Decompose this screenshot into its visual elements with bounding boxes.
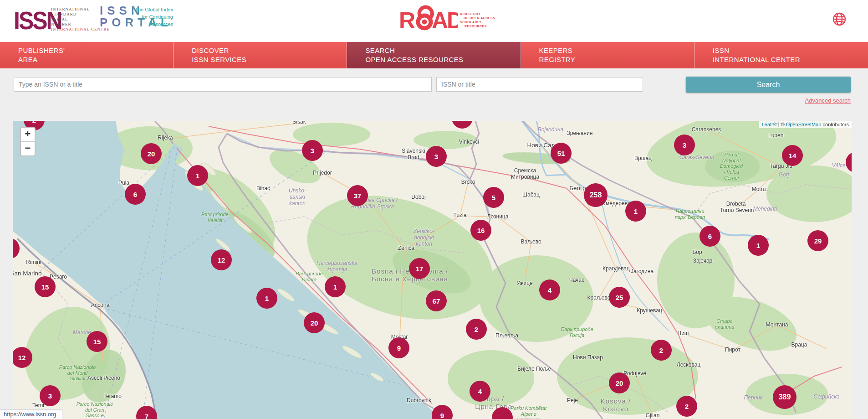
map-attribution: Leaflet | © OpenStreetMap contributors (759, 121, 852, 128)
map-cluster-marker[interactable]: 6 (700, 226, 720, 247)
openstreetmap-link[interactable]: OpenStreetMap (786, 122, 822, 127)
map-cluster-marker[interactable]: 15 (87, 331, 107, 352)
map-cluster-marker[interactable]: 2 (466, 319, 487, 340)
advanced-search-link[interactable]: Advanced search (805, 97, 851, 104)
browser-status-bar: https://www.issn.org (0, 409, 62, 419)
map-cluster-marker[interactable]: 20 (609, 372, 630, 393)
nav-issn-international-center[interactable]: ISSNINTERNATIONAL CENTER (694, 42, 868, 68)
search-input[interactable] (14, 77, 432, 92)
map-cluster-marker[interactable]: 4 (539, 279, 560, 300)
leaflet-link[interactable]: Leaflet (762, 122, 777, 127)
nav-search-open-access-resources[interactable]: SEARCHOPEN ACCESS RESOURCES (347, 42, 521, 68)
road-logo-art: R AD (399, 5, 458, 33)
map-cluster-marker[interactable]: 37 (347, 185, 368, 206)
nav-discover-issn-services[interactable]: DISCOVERISSN SERVICES (174, 42, 347, 68)
map-cluster-marker[interactable]: 20 (141, 143, 162, 164)
svg-text:R: R (399, 8, 415, 33)
page-header: ISSN INTERNATIONAL STANDARD SERIAL NUMBE… (0, 0, 868, 42)
map-cluster-marker[interactable]: 1 (748, 235, 769, 256)
map-cluster-marker[interactable]: 5 (483, 187, 504, 208)
map-cluster-marker[interactable]: 29 (807, 230, 828, 251)
map-cluster-marker[interactable]: 6 (125, 184, 146, 205)
map-cluster-marker[interactable]: 17 (409, 258, 430, 279)
nav-keepers-registry[interactable]: KEEPERSREGISTRY (521, 42, 694, 68)
nav-publishers-area[interactable]: PUBLISHERS'AREA (0, 42, 174, 68)
map-cluster-marker[interactable]: 1 (325, 276, 346, 297)
map-cluster-marker[interactable]: 4 (470, 381, 490, 402)
map-cluster-marker[interactable]: 1 (187, 165, 208, 186)
map-cluster-marker[interactable]: 67 (426, 290, 447, 311)
map-cluster-marker[interactable]: 14 (782, 145, 803, 166)
leaflet-map[interactable]: + − Leaflet | © OpenStreetMap contributo… (13, 121, 852, 419)
map-cluster-marker[interactable]: 2 (676, 396, 697, 417)
map-cluster-marker[interactable]: 16 (470, 220, 491, 241)
map-zoom-control: + − (20, 127, 36, 156)
zoom-out-button[interactable]: − (21, 142, 35, 155)
map-cluster-marker[interactable]: 12 (211, 249, 232, 270)
road-tagline: DIRECTORY OF OPEN ACCESS SCHOLARLY RESOU… (460, 12, 495, 28)
road-logo[interactable]: R AD (399, 5, 458, 35)
issn-or-title-input[interactable] (436, 77, 643, 92)
map-cluster-marker[interactable]: 2 (651, 340, 672, 361)
map-cluster-marker[interactable]: 3 (426, 146, 447, 167)
map-cluster-marker[interactable]: 1 (256, 288, 277, 309)
map-cluster-marker[interactable]: 25 (609, 287, 630, 308)
map-cluster-marker[interactable]: 3 (674, 134, 695, 155)
portal-tagline: The Global Index for Continuing Resource… (132, 6, 173, 28)
map-cluster-marker[interactable]: 3 (40, 385, 61, 406)
map-cluster-marker[interactable]: 3 (302, 140, 323, 161)
attribution-separator: | © (777, 122, 786, 127)
map-cluster-marker[interactable]: 9 (388, 337, 409, 358)
zoom-in-button[interactable]: + (21, 128, 35, 142)
language-globe-icon[interactable] (832, 12, 847, 27)
attribution-suffix: contributors (821, 122, 849, 127)
map-cluster-marker[interactable]: 51 (551, 143, 572, 164)
main-nav: PUBLISHERS'AREA DISCOVERISSN SERVICES SE… (0, 42, 868, 68)
map-cluster-marker[interactable]: 15 (35, 276, 56, 297)
map-cluster-marker[interactable]: 258 (584, 183, 608, 207)
map-cluster-marker[interactable]: 20 (304, 312, 325, 333)
map-cluster-marker[interactable]: 1 (625, 201, 646, 222)
search-button[interactable]: Search (686, 77, 851, 93)
map-cluster-marker[interactable]: 389 (773, 385, 797, 409)
svg-text:AD: AD (432, 8, 458, 33)
